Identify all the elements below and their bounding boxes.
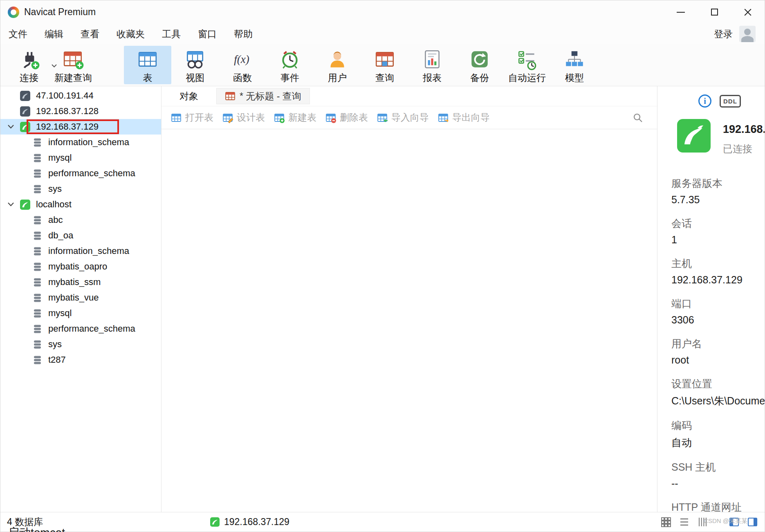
toolbar-button-backup[interactable]: 备份 [456, 46, 503, 84]
toolbar-button-functions[interactable]: f(x) 函数 [219, 46, 266, 84]
toolbar-button-reports[interactable]: 报表 [408, 46, 456, 84]
design-table-button[interactable]: 设计表 [218, 106, 269, 129]
database-icon [32, 246, 44, 257]
tab-query[interactable]: * 无标题 - 查询 [216, 88, 310, 104]
menu-tools[interactable]: 工具 [153, 25, 189, 44]
list-view-icon[interactable] [679, 516, 690, 528]
mysql-connection-active-icon [210, 517, 220, 527]
toolbar-button-events[interactable]: 事件 [266, 46, 314, 84]
info-field: 编码 自动 [671, 419, 765, 449]
menu-help[interactable]: 帮助 [225, 25, 261, 44]
tree-item-database[interactable]: information_schema [0, 243, 161, 259]
window-controls [664, 0, 765, 24]
search-button[interactable] [633, 112, 643, 123]
tree-item-label: mybatis_vue [48, 292, 99, 303]
database-icon [32, 308, 44, 319]
menu-view[interactable]: 查看 [72, 25, 108, 44]
model-icon [563, 48, 586, 70]
new-table-icon [274, 112, 285, 123]
tree-item-database[interactable]: mysql [0, 150, 161, 166]
tree-item-database[interactable]: sys [0, 337, 161, 352]
info-field-value: -- [671, 478, 765, 489]
open-table-button[interactable]: 打开表 [166, 106, 218, 129]
toolbar-button-automation[interactable]: 自动运行 [503, 46, 551, 84]
toolbar-button-model[interactable]: 模型 [551, 46, 598, 84]
tree-item-label: mysql [48, 153, 72, 163]
tree-item-connection-localhost[interactable]: localhost [0, 197, 161, 212]
search-icon [633, 112, 643, 123]
tree-item-database[interactable]: performance_schema [0, 166, 161, 181]
close-button[interactable] [731, 0, 765, 24]
maximize-button[interactable] [698, 0, 731, 24]
tree-item-label: t287 [48, 355, 66, 365]
tree-item-database[interactable]: db_oa [0, 228, 161, 243]
tree-item-database[interactable]: information_schema [0, 135, 161, 150]
toolbar-button-label: 查询 [375, 72, 394, 84]
export-wizard-button[interactable]: 导出向导 [433, 106, 494, 129]
info-field-value: C:\Users\朱\Documents [671, 394, 765, 408]
tree-item-database[interactable]: abc [0, 212, 161, 228]
database-icon [32, 277, 44, 288]
ddl-icon[interactable]: DDL [720, 95, 741, 108]
menu-edit[interactable]: 编辑 [36, 25, 72, 44]
info-field: SSH 主机 -- [671, 460, 765, 489]
toolbar-button-label: 视图 [186, 72, 204, 84]
tree-item-connection[interactable]: 47.100.191.44 [0, 88, 161, 103]
tree-item-label: db_oa [48, 230, 73, 241]
database-icon [32, 153, 44, 164]
toolbar-button-label: 报表 [423, 72, 442, 84]
new-table-button[interactable]: 新建表 [269, 106, 321, 129]
info-field-value: root [671, 354, 765, 366]
database-icon [32, 168, 44, 179]
info-field-value: 自动 [671, 436, 765, 449]
tree-item-database[interactable]: sys [0, 181, 161, 197]
tree-item-label: 47.100.191.44 [36, 90, 94, 101]
menu-window[interactable]: 窗口 [189, 25, 225, 44]
info-field: 端口 3306 [671, 297, 765, 326]
chevron-down-icon[interactable] [7, 202, 20, 207]
tree-item-label: 192.168.37.129 [36, 121, 99, 132]
chevron-down-icon[interactable] [7, 124, 20, 129]
tree-item-database[interactable]: performance_schema [0, 321, 161, 337]
toolbar-button-tables[interactable]: 表 [124, 46, 171, 84]
info-field-label: 服务器版本 [671, 177, 765, 190]
info-field-label: SSH 主机 [671, 460, 765, 474]
database-icon [32, 215, 44, 226]
info-icon[interactable]: i [698, 94, 711, 108]
mysql-connection-inactive-icon [20, 106, 32, 117]
tab-bar: 对象 * 无标题 - 查询 [162, 86, 657, 106]
toggle-right-panel-icon[interactable] [747, 516, 758, 528]
connection-dropdown-caret-icon[interactable] [51, 62, 57, 70]
toolbar-button-users[interactable]: 用户 [314, 46, 361, 84]
toolbar-button-views[interactable]: 视图 [171, 46, 219, 84]
tree-item-database[interactable]: mybatis_oapro [0, 259, 161, 274]
menu-favorites[interactable]: 收藏夹 [108, 25, 153, 44]
database-icon [32, 261, 44, 272]
info-field-value: 5.7.35 [671, 194, 765, 206]
database-icon [32, 292, 44, 303]
user-avatar[interactable] [739, 26, 756, 42]
tree-item-database[interactable]: mybatis_ssm [0, 274, 161, 290]
info-field: 服务器版本 5.7.35 [671, 177, 765, 206]
tree-item-database[interactable]: mybatis_vue [0, 290, 161, 305]
tab-objects[interactable]: 对象 [179, 90, 198, 103]
toolbar-button-connection[interactable]: 连接 [9, 46, 49, 84]
tree-item-database[interactable]: mysql [0, 305, 161, 321]
toolbar-button-label: 自动运行 [508, 72, 546, 84]
grid-view-icon[interactable] [660, 516, 671, 528]
connection-name: 192.168.37.129 [723, 123, 765, 136]
import-wizard-button[interactable]: 导入向导 [372, 106, 433, 129]
delete-table-button[interactable]: 删除表 [321, 106, 372, 129]
menu-file[interactable]: 文件 [9, 25, 36, 44]
info-panel-toolbar: i DDL [657, 94, 765, 108]
tree-item-database[interactable]: t287 [0, 352, 161, 368]
tree-item-label: sys [48, 339, 62, 350]
tree-item-connection[interactable]: 192.168.37.128 [0, 103, 161, 119]
minimize-button[interactable] [664, 0, 698, 24]
info-field-label: 用户名 [671, 337, 765, 350]
tree-item-connection-selected[interactable]: 192.168.37.129 [0, 119, 161, 135]
toolbar-button-queries[interactable]: 查询 [361, 46, 408, 84]
export-wizard-label: 导出向导 [452, 111, 490, 124]
login-button[interactable]: 登录 [714, 28, 733, 40]
background-window-clipped-text: 启动tomcat [8, 526, 65, 532]
